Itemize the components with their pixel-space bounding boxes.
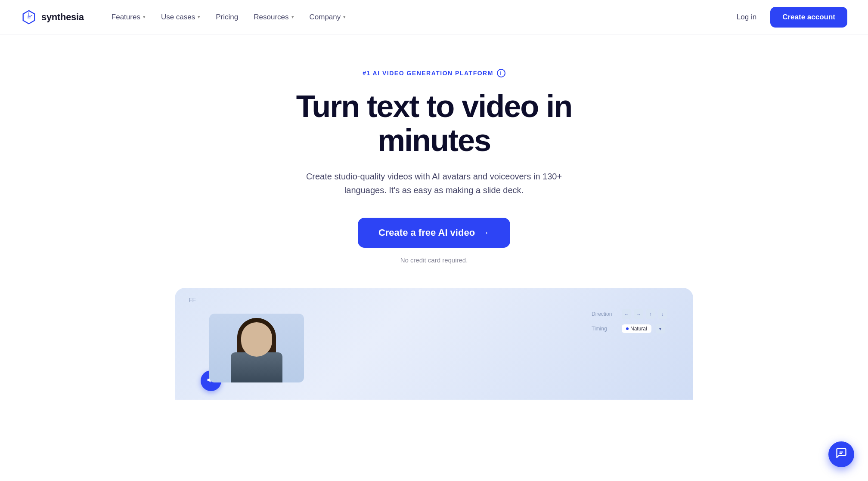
chevron-down-icon: ▾	[198, 14, 200, 20]
logo[interactable]: synthesia	[21, 9, 84, 25]
preview-section: FF Direct	[154, 288, 714, 400]
synthesia-logo-icon	[21, 9, 37, 25]
arrow-right-icon: →	[480, 227, 490, 238]
timing-row: Timing Natural ▾	[592, 324, 667, 333]
avatar-preview	[209, 314, 304, 382]
hero-subtitle: Create studio-quality videos with AI ava…	[305, 170, 563, 197]
hero-section: #1 AI VIDEO GENERATION PLATFORM i Turn t…	[0, 34, 868, 288]
direction-row: Direction ← → ↑ ↓	[592, 309, 667, 319]
hero-title: Turn text to video in minutes	[257, 89, 611, 157]
chevron-down-icon: ▾	[291, 14, 294, 20]
timing-dot	[626, 327, 629, 330]
arrow-left-control[interactable]: ←	[622, 309, 631, 319]
nav-item-pricing[interactable]: Pricing	[209, 9, 245, 25]
preview-container: FF Direct	[175, 288, 693, 400]
arrow-up-control[interactable]: ↑	[646, 309, 655, 319]
direction-controls: ← → ↑ ↓	[622, 309, 667, 319]
timing-dropdown[interactable]: ▾	[656, 324, 665, 333]
chevron-down-icon: ▾	[343, 14, 346, 20]
nav-item-use-cases[interactable]: Use cases ▾	[154, 9, 207, 25]
nav-item-features[interactable]: Features ▾	[105, 9, 152, 25]
timing-value: Natural	[630, 326, 647, 332]
nav-features-label: Features	[112, 13, 140, 22]
chevron-down-icon: ▾	[143, 14, 146, 20]
nav-links: Features ▾ Use cases ▾ Pricing Resources…	[105, 9, 730, 25]
brand-name: synthesia	[41, 12, 84, 23]
no-credit-card-text: No credit card required.	[400, 256, 468, 264]
nav-item-company[interactable]: Company ▾	[303, 9, 353, 25]
create-account-button[interactable]: Create account	[770, 7, 847, 28]
login-button[interactable]: Log in	[730, 9, 763, 25]
nav-use-cases-label: Use cases	[161, 13, 195, 22]
preview-right-panel: Direction ← → ↑ ↓ Timing Natural ▾	[592, 309, 667, 333]
direction-label: Direction	[592, 311, 617, 317]
timing-tag[interactable]: Natural	[622, 324, 651, 333]
nav-item-resources[interactable]: Resources ▾	[247, 9, 301, 25]
arrow-right-control[interactable]: →	[634, 309, 643, 319]
nav-resources-label: Resources	[254, 13, 288, 22]
nav-actions: Log in Create account	[730, 7, 847, 28]
navbar: synthesia Features ▾ Use cases ▾ Pricing…	[0, 0, 868, 34]
hero-badge-text: #1 AI VIDEO GENERATION PLATFORM	[363, 70, 493, 77]
preview-ff-label: FF	[189, 296, 196, 303]
hero-badge: #1 AI VIDEO GENERATION PLATFORM i	[363, 69, 505, 77]
nav-pricing-label: Pricing	[216, 13, 238, 22]
info-icon[interactable]: i	[497, 69, 505, 77]
cta-label: Create a free AI video	[378, 227, 475, 238]
nav-company-label: Company	[310, 13, 341, 22]
arrow-down-control[interactable]: ↓	[658, 309, 667, 319]
timing-label: Timing	[592, 326, 617, 332]
cta-button[interactable]: Create a free AI video →	[358, 218, 510, 248]
